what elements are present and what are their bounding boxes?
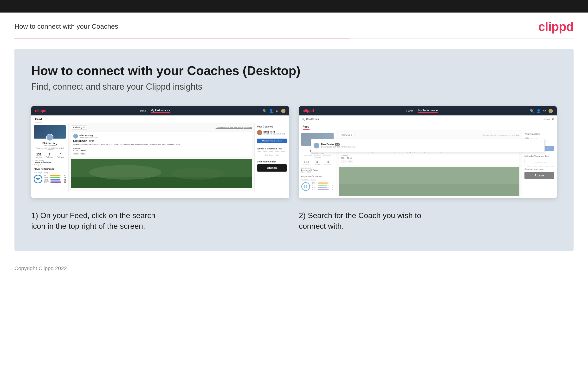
settings-icon-right: ⚙ — [543, 109, 546, 113]
coach-avatar — [257, 130, 262, 135]
nav-link-myperformance[interactable]: My Performance — [151, 109, 170, 113]
user-avatar-nav-right — [549, 109, 553, 113]
profile-icon[interactable]: 👤 — [269, 109, 273, 113]
svg-point-2 — [89, 165, 161, 180]
search-overlay: Dan Davies Pro Sunningdale Golf Club, Un… — [299, 130, 557, 198]
lesson-coach-avatar — [73, 134, 78, 138]
upload-section: Upload a Trackman Test Trackman Link — [257, 147, 287, 159]
feed-tab-right: Feed — [299, 123, 557, 130]
svg-rect-5 — [339, 184, 520, 196]
result-avatar — [314, 143, 319, 148]
player-perf-right: Player Performance Total Player Quality … — [301, 175, 333, 191]
search-bar: 🔍 Dan Davies CLEAR × — [299, 115, 557, 123]
lesson-coach-info: Blair McHarg Yesterday · Sunningdale — [79, 134, 98, 138]
search-dropdown: Dan Davies Pro Sunningdale Golf Club, Un… — [311, 139, 545, 152]
right-panel: Your Coaches David Ford Royal North Devo… — [255, 123, 289, 191]
trackman-box-right: Trackman Link — [525, 159, 554, 166]
coach-info: David Ford Royal North Devon Golf Club — [263, 131, 285, 135]
following-row: Following ▼ Control who can see your act… — [71, 125, 252, 130]
screenshot-right: clippd Home My Performance 🔍 👤 ⚙ 🔍 Dan D… — [299, 106, 557, 198]
nav-link-home[interactable]: Home — [139, 110, 146, 112]
bar-ott: OTT 90 — [44, 175, 66, 176]
score-circle: 92 — [34, 175, 42, 184]
lesson-photo-right — [339, 167, 520, 196]
page-title: How to connect with your Coaches — [14, 23, 118, 30]
bar-arg: ARG 86 — [44, 179, 66, 181]
header-divider — [14, 38, 574, 39]
profile-icon-right: 👤 — [536, 109, 541, 113]
lesson-photo — [71, 159, 252, 188]
lesson-header: Blair McHarg Yesterday · Sunningdale — [73, 134, 250, 138]
avatar — [46, 134, 53, 141]
result-info: Dan Davies Pro Sunningdale Golf Club, Un… — [321, 143, 355, 148]
screenshots-row: clippd Home My Performance 🔍 👤 ⚙ Feed — [31, 106, 557, 198]
arccos-logo: Arccos — [257, 164, 287, 172]
lesson-tags: OTT APP — [73, 153, 250, 155]
arccos-logo-right: Arccos — [525, 172, 554, 179]
score-circle-right: 92 — [301, 182, 310, 191]
settings-icon[interactable]: ⚙ — [276, 109, 279, 113]
user-avatar-nav[interactable] — [281, 109, 285, 113]
app-navbar-right: clippd Home My Performance 🔍 👤 ⚙ — [299, 106, 557, 115]
perf-bars: OTT 90 APP 85 ARG — [44, 175, 66, 183]
search-input-area: 🔍 Dan Davies — [302, 118, 544, 121]
captions-row: 1) On your Feed, click on the searchicon… — [31, 210, 557, 232]
stats-row: 131 Activities 3 Followers 4 Following — [34, 153, 66, 158]
player-performance: Player Performance Total Player Quality … — [34, 168, 66, 184]
section-title: How to connect with your Coaches (Deskto… — [31, 63, 557, 78]
profile-name: Blair McHarg — [34, 142, 66, 145]
clear-button[interactable]: CLEAR — [544, 118, 550, 120]
bar-app: APP 85 — [44, 177, 66, 179]
svg-point-3 — [170, 168, 225, 180]
section-subtitle: Find, connect and share your Clippd insi… — [31, 82, 557, 92]
app-logo-left: clippd — [35, 109, 46, 113]
following-badge[interactable]: Following ▼ — [71, 125, 87, 130]
footer: Copyright Clippd 2022 — [0, 260, 588, 276]
app-navbar-left: clippd Home My Performance 🔍 👤 ⚙ — [31, 106, 289, 115]
middle-panel: Following ▼ Control who can see your act… — [69, 123, 255, 191]
nav-icons-right: 🔍 👤 ⚙ — [530, 109, 553, 113]
trackman-placeholder: Trackman Link — [257, 151, 287, 159]
nav-link-myperformance-right: My Performance — [418, 109, 438, 113]
profile-club: Royal North Devon Golf Club, United King… — [34, 147, 66, 151]
stat-following: 4 Following — [57, 153, 64, 158]
pro-badge: Pro — [335, 143, 340, 146]
caption-right: 2) Search for the Coach you wish toconne… — [299, 210, 557, 232]
profile-cover — [34, 125, 66, 138]
upload-section-right: Upload a Trackman Test Trackman Link — [525, 155, 554, 166]
nav-links: Home My Performance — [139, 109, 170, 113]
nav-icons: 🔍 👤 ⚙ — [263, 109, 285, 113]
caption-left: 1) On your Feed, click on the searchicon… — [31, 210, 289, 232]
feed-tab: Feed — [31, 115, 289, 123]
stat-activities: 131 Activities — [36, 153, 42, 158]
screenshot-left: clippd Home My Performance 🔍 👤 ⚙ Feed — [31, 106, 289, 198]
copyright: Copyright Clippd 2022 — [14, 265, 67, 271]
lesson-duration: Duration01 hr : 30 min — [73, 147, 250, 152]
search-query[interactable]: Dan Davies — [306, 118, 319, 120]
stats-row-right: 131 Activities 3 Followers 4 Following — [301, 160, 333, 165]
nav-links-right: Home My Performance — [406, 109, 438, 113]
close-icon[interactable]: × — [552, 117, 554, 121]
top-bar — [0, 0, 588, 12]
control-link[interactable]: Control who can see your activity and da… — [216, 127, 252, 129]
app-body-left: Blair McHarg Plus Handicap Royal North D… — [31, 123, 289, 191]
search-icon[interactable]: 🔍 — [263, 109, 267, 113]
svg-rect-1 — [71, 177, 252, 188]
left-panel: Blair McHarg Plus Handicap Royal North D… — [31, 123, 69, 191]
lesson-card: Blair McHarg Yesterday · Sunningdale Les… — [71, 132, 252, 157]
manage-coaches-button[interactable]: Manage Your Coaches — [257, 138, 287, 143]
header: How to connect with your Coaches clippd — [0, 12, 588, 38]
nav-link-home-right: Home — [406, 110, 413, 112]
clippd-logo: clippd — [538, 19, 574, 34]
search-icon-input: 🔍 — [302, 118, 305, 121]
app-logo-right: clippd — [303, 109, 314, 113]
coach-item: David Ford Royal North Devon Golf Club — [257, 130, 287, 135]
latest-activity: Latest Activity Lesson with Fordy 03 Aug… — [34, 160, 66, 165]
search-icon-right[interactable]: 🔍 — [530, 109, 534, 113]
main-content: How to connect with your Coaches (Deskto… — [14, 49, 574, 251]
profile-handicap: Plus Handicap — [34, 145, 66, 147]
stat-followers: 3 Followers — [46, 153, 53, 158]
search-result-item[interactable]: Dan Davies Pro Sunningdale Golf Club, Un… — [314, 142, 542, 149]
bar-putt: PUTT 96 — [44, 181, 66, 183]
